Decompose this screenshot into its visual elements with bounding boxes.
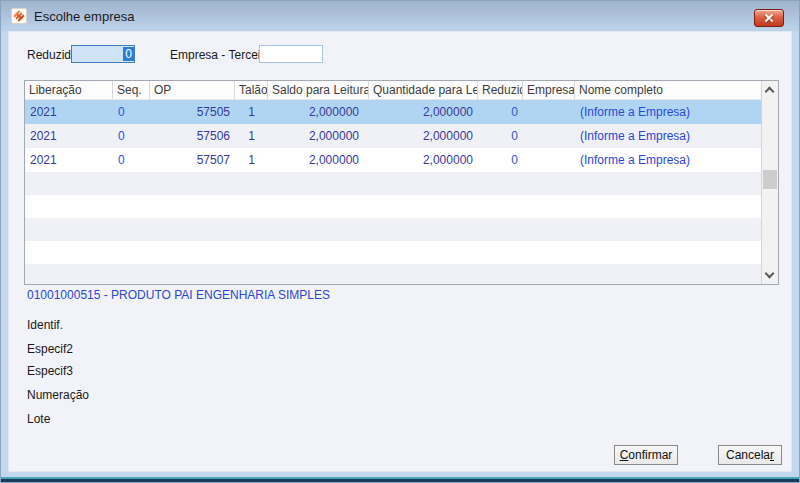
chevron-down-icon xyxy=(765,269,775,279)
scrollbar-thumb[interactable] xyxy=(763,170,777,189)
window-title: Escolhe empresa xyxy=(34,9,134,24)
cell-empresa xyxy=(523,100,575,124)
cancel-accel: r xyxy=(770,448,774,462)
cell-op: 57505 xyxy=(150,100,235,124)
cell-liberacao: 2021 xyxy=(25,100,113,124)
empty-row-stripe xyxy=(25,218,761,241)
table-row[interactable]: 2021 0 57506 1 2,000000 2,000000 0 (Info… xyxy=(25,124,761,148)
cell-nome-completo: (Informe a Empresa) xyxy=(575,148,761,172)
cell-reduzido: 0 xyxy=(478,148,523,172)
lote-label: Lote xyxy=(27,412,50,426)
close-button[interactable] xyxy=(754,9,784,27)
cell-op: 57507 xyxy=(150,148,235,172)
column-header-nome-completo[interactable]: Nome completo xyxy=(575,81,761,99)
column-header-seq[interactable]: Seq. xyxy=(113,81,150,99)
identif-label: Identif. xyxy=(27,318,63,332)
scroll-down-button[interactable] xyxy=(762,267,778,284)
column-header-talao[interactable]: Talão xyxy=(235,81,268,99)
confirm-button[interactable]: Confirmar xyxy=(614,445,678,465)
cell-talao: 1 xyxy=(235,100,268,124)
close-icon xyxy=(755,10,783,26)
empty-row-stripe xyxy=(25,172,761,195)
column-header-quantidade[interactable]: Quantidade para Leitura xyxy=(369,81,478,99)
cancel-pre: Cancela xyxy=(726,448,770,462)
column-header-saldo[interactable]: Saldo para Leitura xyxy=(268,81,369,99)
cell-saldo: 2,000000 xyxy=(268,148,369,172)
cell-seq: 0 xyxy=(113,100,150,124)
cell-empresa xyxy=(523,148,575,172)
title-bar: Escolhe empresa xyxy=(1,1,799,31)
cell-quantidade: 2,000000 xyxy=(369,100,478,124)
cell-nome-completo: (Informe a Empresa) xyxy=(575,124,761,148)
column-header-liberacao[interactable]: Liberação xyxy=(25,81,113,99)
cell-quantidade: 2,000000 xyxy=(369,124,478,148)
empty-row-stripe xyxy=(25,195,761,218)
especif3-label: Especif3 xyxy=(27,364,73,378)
grid-inner: Liberação Seq. OP Talão Saldo para Leitu… xyxy=(25,81,761,284)
cancel-button[interactable]: Cancelar xyxy=(718,445,782,465)
dialog-content: Reduzido 0 Empresa - Terceiro Liberação … xyxy=(8,31,792,472)
cell-op: 57506 xyxy=(150,124,235,148)
cell-liberacao: 2021 xyxy=(25,124,113,148)
cell-empresa xyxy=(523,124,575,148)
cell-reduzido: 0 xyxy=(478,100,523,124)
table-row[interactable]: 2021 0 57507 1 2,000000 2,000000 0 (Info… xyxy=(25,148,761,172)
column-header-reduzido[interactable]: Reduzido xyxy=(478,81,523,99)
dialog-window: Escolhe empresa Reduzido 0 Empresa - Ter… xyxy=(0,0,800,483)
cell-saldo: 2,000000 xyxy=(268,124,369,148)
cell-seq: 0 xyxy=(113,148,150,172)
chevron-up-icon xyxy=(765,87,775,97)
column-header-empresa[interactable]: Empresa xyxy=(523,81,575,99)
cell-saldo: 2,000000 xyxy=(268,100,369,124)
cell-seq: 0 xyxy=(113,124,150,148)
table-row[interactable]: 2021 0 57505 1 2,000000 2,000000 0 (Info… xyxy=(25,100,761,124)
empty-row-stripe xyxy=(25,264,761,284)
bottom-window-edge xyxy=(1,479,799,482)
column-header-op[interactable]: OP xyxy=(150,81,235,99)
cell-liberacao: 2021 xyxy=(25,148,113,172)
grid-header: Liberação Seq. OP Talão Saldo para Leitu… xyxy=(25,81,761,100)
cell-reduzido: 0 xyxy=(478,124,523,148)
results-grid: Liberação Seq. OP Talão Saldo para Leitu… xyxy=(24,80,779,285)
cell-nome-completo: (Informe a Empresa) xyxy=(575,100,761,124)
empty-row-stripe xyxy=(25,241,761,264)
especif2-label: Especif2 xyxy=(27,342,73,356)
empresa-terceiro-label: Empresa - Terceiro xyxy=(170,48,271,62)
confirm-rest: onfirmar xyxy=(628,448,672,462)
app-icon xyxy=(11,8,27,24)
cell-talao: 1 xyxy=(235,124,268,148)
vertical-scrollbar[interactable] xyxy=(761,81,778,284)
reduzido-selected-value: 0 xyxy=(123,47,134,61)
empresa-terceiro-input[interactable] xyxy=(259,45,323,63)
numeracao-label: Numeração xyxy=(27,388,89,402)
scroll-up-button[interactable] xyxy=(762,81,778,98)
reduzido-input[interactable]: 0 xyxy=(71,45,135,63)
cell-talao: 1 xyxy=(235,148,268,172)
product-description: 01001000515 - PRODUTO PAI ENGENHARIA SIM… xyxy=(27,288,330,302)
cell-quantidade: 2,000000 xyxy=(369,148,478,172)
